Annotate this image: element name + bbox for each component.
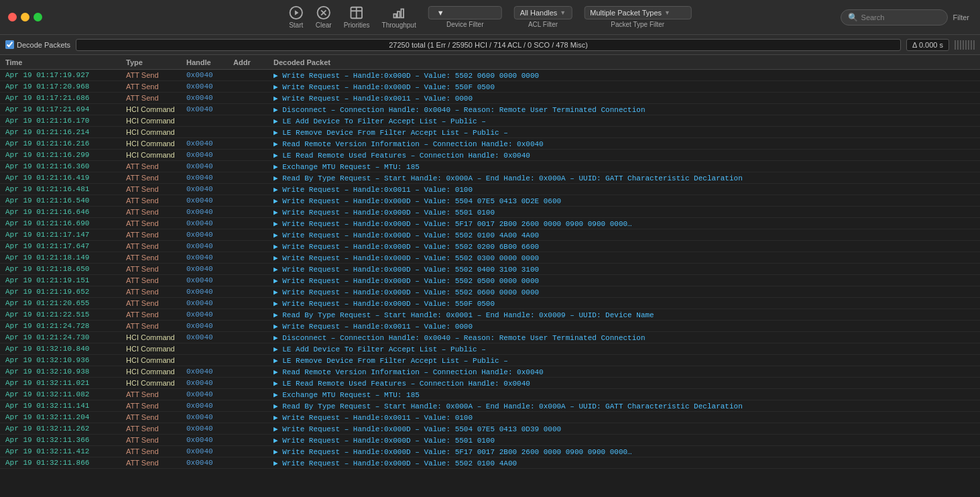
table-row[interactable]: Apr 19 01:21:17.647 ATT Send 0x0040 ▶ Wr… — [0, 241, 980, 252]
cell-time: Apr 19 01:21:17.647 — [3, 242, 123, 250]
cell-handle: 0x0040 — [184, 379, 231, 387]
cell-type: HCI Command — [123, 140, 184, 148]
cell-handle: 0x0040 — [184, 197, 231, 205]
table-row[interactable]: Apr 19 01:21:16.214 HCI Command ▶ LE Rem… — [0, 127, 980, 138]
table-row[interactable]: Apr 19 01:32:11.082 ATT Send 0x0040 ▶ Ex… — [0, 389, 980, 400]
table-row[interactable]: Apr 19 01:21:24.728 ATT Send 0x0040 ▶ Wr… — [0, 321, 980, 332]
device-filter-input[interactable]: ▼ — [428, 6, 502, 19]
device-filter-label: Device Filter — [446, 21, 484, 28]
cell-handle: 0x0040 — [184, 322, 231, 330]
cell-time: Apr 19 01:21:18.149 — [3, 254, 123, 262]
cell-time: Apr 19 01:21:24.730 — [3, 333, 123, 341]
table-row[interactable]: Apr 19 01:32:11.204 ATT Send 0x0040 ▶ Wr… — [0, 412, 980, 423]
packet-type-dropdown[interactable]: Multiple Packet Types ▼ — [584, 6, 691, 19]
col-header-handle: Handle — [184, 58, 231, 66]
cell-time: Apr 19 01:21:16.540 — [3, 197, 123, 205]
cell-time: Apr 19 01:32:11.366 — [3, 436, 123, 444]
fullscreen-button[interactable] — [34, 13, 42, 21]
cell-type: ATT Send — [123, 71, 184, 79]
cell-time: Apr 19 01:21:22.515 — [3, 311, 123, 319]
cell-type: ATT Send — [123, 276, 184, 284]
table-row[interactable]: Apr 19 01:21:16.170 HCI Command ▶ LE Add… — [0, 115, 980, 127]
cell-decoded: ▶ LE Remove Device From Filter Accept Li… — [271, 128, 977, 137]
status-value: 27250 total (1 Err / 25950 HCI / 714 ACL… — [389, 41, 588, 49]
cell-decoded: ▶ LE Read Remote Used Features – Connect… — [271, 379, 977, 388]
table-row[interactable]: Apr 19 01:21:20.655 ATT Send 0x0040 ▶ Wr… — [0, 298, 980, 309]
table-row[interactable]: Apr 19 01:32:11.141 ATT Send 0x0040 ▶ Re… — [0, 400, 980, 412]
minimize-button[interactable] — [21, 13, 29, 21]
table-row[interactable]: Apr 19 01:17:21.694 HCI Command 0x0040 ▶… — [0, 104, 980, 115]
close-button[interactable] — [8, 13, 17, 21]
table-row[interactable]: Apr 19 01:32:10.840 HCI Command ▶ LE Add… — [0, 343, 980, 355]
table-row[interactable]: Apr 19 01:21:24.730 HCI Command 0x0040 ▶… — [0, 332, 980, 343]
priorities-label: Priorities — [344, 21, 370, 29]
table-row[interactable]: Apr 19 01:32:10.936 HCI Command ▶ LE Rem… — [0, 355, 980, 366]
cell-decoded: ▶ Write Request – Handle:0x000D – Value:… — [271, 254, 977, 262]
cell-time: Apr 19 01:32:11.021 — [3, 379, 123, 387]
cell-time: Apr 19 01:21:16.690 — [3, 219, 123, 227]
cell-handle: 0x0040 — [184, 447, 231, 455]
cell-decoded: ▶ Write Request – Handle:0x000D – Value:… — [271, 299, 977, 308]
col-header-type: Type — [123, 58, 184, 66]
cell-type: ATT Send — [123, 311, 184, 319]
cell-handle: 0x0040 — [184, 299, 231, 307]
cell-type: ATT Send — [123, 402, 184, 410]
cell-decoded: ▶ Write Request – Handle:0x000D – Value:… — [271, 265, 977, 274]
table-row[interactable]: Apr 19 01:21:16.481 ATT Send 0x0040 ▶ Wr… — [0, 184, 980, 195]
clear-button[interactable]: Clear — [316, 5, 332, 29]
decode-checkbox-input[interactable] — [5, 40, 14, 49]
cell-handle: 0x0040 — [184, 288, 231, 296]
throughput-button[interactable]: Throughput — [382, 5, 416, 29]
table-row[interactable]: Apr 19 01:32:11.262 ATT Send 0x0040 ▶ Wr… — [0, 423, 980, 435]
cell-type: ATT Send — [123, 322, 184, 330]
table-row[interactable]: Apr 19 01:32:11.412 ATT Send 0x0040 ▶ Wr… — [0, 446, 980, 457]
acl-filter-chevron: ▼ — [560, 9, 566, 16]
cell-time: Apr 19 01:21:16.170 — [3, 117, 123, 125]
cell-time: Apr 19 01:32:10.936 — [3, 356, 123, 364]
svg-rect-10 — [402, 9, 404, 18]
table-row[interactable]: Apr 19 01:17:21.686 ATT Send 0x0040 ▶ Wr… — [0, 93, 980, 104]
cell-type: ATT Send — [123, 162, 184, 170]
table-row[interactable]: Apr 19 01:32:11.021 HCI Command 0x0040 ▶… — [0, 378, 980, 389]
table-row[interactable]: Apr 19 01:32:11.866 ATT Send 0x0040 ▶ Wr… — [0, 457, 980, 469]
cell-decoded: ▶ Write Request – Handle:0x000D – Value:… — [271, 208, 977, 217]
cell-handle: 0x0040 — [184, 276, 231, 284]
table-row[interactable]: Apr 19 01:32:11.366 ATT Send 0x0040 ▶ Wr… — [0, 435, 980, 446]
table-body: Apr 19 01:17:19.927 ATT Send 0x0040 ▶ Wr… — [0, 70, 980, 497]
table-row[interactable]: Apr 19 01:21:16.646 ATT Send 0x0040 ▶ Wr… — [0, 207, 980, 218]
table-row[interactable]: Apr 19 01:21:16.690 ATT Send 0x0040 ▶ Wr… — [0, 218, 980, 229]
table-row[interactable]: Apr 19 01:21:18.149 ATT Send 0x0040 ▶ Wr… — [0, 252, 980, 264]
cell-time: Apr 19 01:17:19.927 — [3, 71, 123, 79]
table-row[interactable]: Apr 19 01:21:17.147 ATT Send 0x0040 ▶ Wr… — [0, 229, 980, 241]
table-row[interactable]: Apr 19 01:21:16.360 ATT Send 0x0040 ▶ Ex… — [0, 161, 980, 172]
table-row[interactable]: Apr 19 01:21:19.652 ATT Send 0x0040 ▶ Wr… — [0, 286, 980, 298]
table-row[interactable]: Apr 19 01:21:16.419 ATT Send 0x0040 ▶ Re… — [0, 172, 980, 184]
cell-type: ATT Send — [123, 197, 184, 205]
priorities-button[interactable]: Priorities — [344, 5, 370, 29]
search-box[interactable]: 🔍 Search — [841, 9, 948, 25]
cell-time: Apr 19 01:21:24.728 — [3, 322, 123, 330]
cell-time: Apr 19 01:21:20.655 — [3, 299, 123, 307]
table-row[interactable]: Apr 19 01:17:19.927 ATT Send 0x0040 ▶ Wr… — [0, 70, 980, 81]
cell-decoded: ▶ Read By Type Request – Start Handle: 0… — [271, 311, 977, 319]
table-row[interactable]: Apr 19 01:21:16.299 HCI Command 0x0040 ▶… — [0, 150, 980, 161]
table-row[interactable]: Apr 19 01:21:19.151 ATT Send 0x0040 ▶ Wr… — [0, 275, 980, 286]
table-row[interactable]: Apr 19 01:21:18.650 ATT Send 0x0040 ▶ Wr… — [0, 264, 980, 275]
table-row[interactable]: Apr 19 01:21:16.216 HCI Command 0x0040 ▶… — [0, 138, 980, 150]
table-row[interactable]: Apr 19 01:32:10.938 HCI Command 0x0040 ▶… — [0, 366, 980, 378]
table-row[interactable]: Apr 19 01:21:22.515 ATT Send 0x0040 ▶ Re… — [0, 309, 980, 321]
cell-handle: 0x0040 — [184, 105, 231, 113]
start-button[interactable]: Start — [289, 5, 304, 29]
cell-time: Apr 19 01:32:10.938 — [3, 368, 123, 376]
cell-decoded: ▶ Write Request – Handle:0x000D – Value:… — [271, 71, 977, 80]
start-label: Start — [289, 21, 303, 29]
table-row[interactable]: Apr 19 01:17:20.968 ATT Send 0x0040 ▶ Wr… — [0, 81, 980, 93]
decode-checkbox[interactable]: Decode Packets — [5, 40, 70, 49]
cell-handle: 0x0040 — [184, 242, 231, 250]
search-icon: 🔍 — [848, 13, 858, 22]
acl-filter-dropdown[interactable]: All Handles ▼ — [514, 6, 572, 19]
cell-decoded: ▶ Read Remote Version Information – Conn… — [271, 140, 977, 148]
table-row[interactable]: Apr 19 01:21:16.540 ATT Send 0x0040 ▶ Wr… — [0, 195, 980, 207]
cell-handle: 0x0040 — [184, 368, 231, 376]
cell-handle: 0x0040 — [184, 208, 231, 216]
